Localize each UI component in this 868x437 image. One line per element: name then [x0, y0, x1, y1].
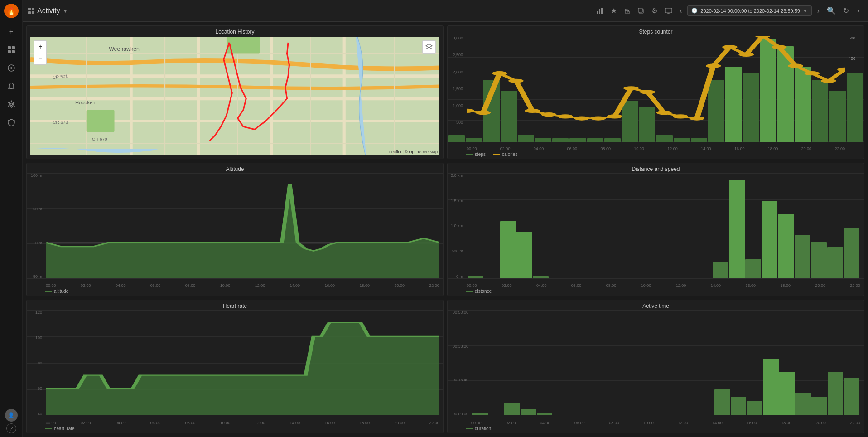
active-time-bars: [471, 310, 860, 415]
sidebar-bottom: 👤 ?: [5, 409, 18, 433]
svg-point-47: [591, 116, 606, 120]
heart-rate-title: Heart rate: [27, 300, 443, 310]
svg-rect-0: [8, 46, 11, 49]
prev-button[interactable]: ‹: [678, 5, 684, 17]
dashboard-icon: [28, 8, 34, 14]
steps-line-chart: [467, 36, 845, 141]
distance-speed-title: Distance and speed: [448, 163, 864, 173]
svg-rect-10: [599, 9, 600, 14]
time-range-text: 2020-02-14 00:00:00 to 2020-02-14 23:59:…: [700, 8, 800, 14]
svg-text:CR 670: CR 670: [92, 136, 107, 141]
app-logo[interactable]: 🔥: [4, 4, 19, 18]
svg-rect-11: [601, 8, 603, 14]
svg-rect-1: [12, 46, 15, 49]
svg-point-41: [492, 71, 507, 75]
sidebar: 🔥 + 👤 ?: [0, 0, 23, 437]
main-content: Activity ▼ ★ ⚙ ‹ 🕐 2020-02-14 00:00:00 t…: [23, 0, 868, 437]
svg-point-54: [706, 64, 721, 68]
heart-rate-chart-container: 120100806040 00:0002:0004:0006:0008:0010…: [27, 310, 443, 425]
next-button[interactable]: ›: [815, 5, 821, 17]
svg-point-51: [656, 111, 671, 115]
svg-point-49: [623, 86, 638, 90]
svg-point-50: [640, 90, 655, 94]
map-svg: Weehawken Hoboken CR 501 CR 678 CR 670: [30, 37, 439, 155]
monitor-button[interactable]: [663, 6, 674, 16]
chart-button[interactable]: [594, 5, 605, 16]
user-avatar[interactable]: 👤: [5, 409, 18, 422]
topbar: Activity ▼ ★ ⚙ ‹ 🕐 2020-02-14 00:00:00 t…: [23, 0, 868, 22]
svg-point-55: [722, 45, 737, 49]
sidebar-item-dashboard[interactable]: [3, 42, 19, 58]
distance-bars-container: [467, 173, 860, 278]
distance-chart-container: 2.0 km1.5 km1.0 km500 m0 m: [448, 173, 864, 288]
svg-rect-14: [665, 8, 672, 13]
map-container[interactable]: Weehawken Hoboken CR 501 CR 678 CR 670 +…: [30, 37, 439, 155]
sidebar-item-shield[interactable]: [3, 114, 19, 131]
heart-rate-y-axis: 120100806040: [27, 310, 44, 416]
svg-point-8: [10, 103, 12, 106]
svg-point-60: [805, 71, 820, 75]
svg-text:Weehawken: Weehawken: [109, 46, 140, 52]
sidebar-item-add[interactable]: +: [3, 24, 19, 40]
location-history-title: Location History: [27, 26, 443, 36]
altitude-legend: altitude: [27, 288, 443, 296]
active-time-legend: duration: [448, 425, 864, 433]
steps-x-axis: 00:0002:0004:0006:0008:0010:0012:0014:00…: [467, 146, 845, 151]
svg-text:CR 678: CR 678: [53, 120, 68, 125]
svg-rect-3: [12, 50, 15, 53]
active-time-title: Active time: [448, 300, 864, 310]
map-zoom-controls: + −: [34, 40, 47, 65]
svg-point-61: [821, 79, 836, 83]
sidebar-item-alerting[interactable]: [3, 78, 19, 94]
distance-legend-item: distance: [466, 289, 492, 294]
sidebar-item-help[interactable]: ?: [6, 423, 16, 433]
distance-legend: distance: [448, 288, 864, 296]
dropdown-arrow[interactable]: ▼: [63, 8, 68, 14]
altitude-y-axis: 100 m50 m0 m-50 m: [27, 173, 44, 279]
dashboard-grid: Location History: [23, 22, 868, 437]
search-button[interactable]: 🔍: [825, 5, 838, 17]
topbar-actions: ★ ⚙ ‹ 🕐 2020-02-14 00:00:00 to 2020-02-1…: [594, 5, 863, 17]
heart-rate-legend-item: heart_rate: [45, 426, 75, 431]
distance-speed-panel: Distance and speed 2.0 km1.5 km1.0 km500…: [447, 163, 864, 296]
svg-rect-9: [597, 11, 598, 14]
distance-y-axis: 2.0 km1.5 km1.0 km500 m0 m: [448, 173, 465, 279]
altitude-chart: [46, 173, 439, 278]
time-range-dropdown[interactable]: ▼: [803, 8, 808, 14]
distance-x-axis: 00:0002:0004:0006:0008:0010:0012:0014:00…: [467, 283, 860, 288]
steps-legend-steps: steps: [466, 152, 486, 157]
time-range-selector[interactable]: 🕐 2020-02-14 00:00:00 to 2020-02-14 23:5…: [687, 5, 811, 16]
svg-point-48: [607, 114, 622, 118]
app-title: Activity: [37, 7, 60, 15]
heart-rate-chart: [46, 310, 439, 415]
star-button[interactable]: ★: [609, 5, 619, 17]
steps-legend: steps calories: [448, 151, 864, 159]
settings-button[interactable]: ⚙: [650, 5, 660, 17]
svg-point-46: [574, 116, 589, 120]
steps-legend-calories: calories: [493, 152, 517, 157]
location-history-panel: Location History: [26, 25, 444, 159]
zoom-in-button[interactable]: +: [34, 41, 46, 53]
steps-counter-title: Steps counter: [448, 26, 864, 36]
zoom-out-button[interactable]: −: [34, 53, 46, 64]
share-button[interactable]: [622, 6, 632, 16]
altitude-panel: Altitude 100 m50 m0 m-50 m 00:0002:: [26, 163, 444, 296]
svg-rect-13: [638, 8, 642, 12]
svg-point-56: [738, 53, 753, 57]
map-layers-button[interactable]: [422, 40, 436, 54]
active-time-x-axis: 00:0002:0004:0006:0008:0010:0012:0014:00…: [471, 421, 860, 425]
svg-rect-33: [87, 110, 115, 132]
svg-point-62: [837, 68, 845, 72]
svg-point-42: [508, 79, 523, 83]
active-time-chart-container: 00:50:0000:33:2000:16:4000:00:00: [448, 310, 864, 425]
sidebar-item-settings[interactable]: [3, 96, 19, 112]
active-time-panel: Active time 00:50:0000:33:2000:16:4000:0…: [447, 300, 864, 433]
heart-rate-panel: Heart rate 120100806040 00:0002:0004:000…: [26, 300, 444, 433]
altitude-legend-item: altitude: [45, 289, 68, 294]
refresh-dropdown[interactable]: ▼: [854, 6, 863, 15]
copy-button[interactable]: [636, 6, 646, 16]
refresh-button[interactable]: ↻: [841, 5, 851, 17]
altitude-x-axis: 00:0002:0004:0006:0008:0010:0012:0014:00…: [46, 283, 439, 288]
sidebar-item-explore[interactable]: [3, 60, 19, 76]
svg-point-58: [772, 45, 786, 49]
